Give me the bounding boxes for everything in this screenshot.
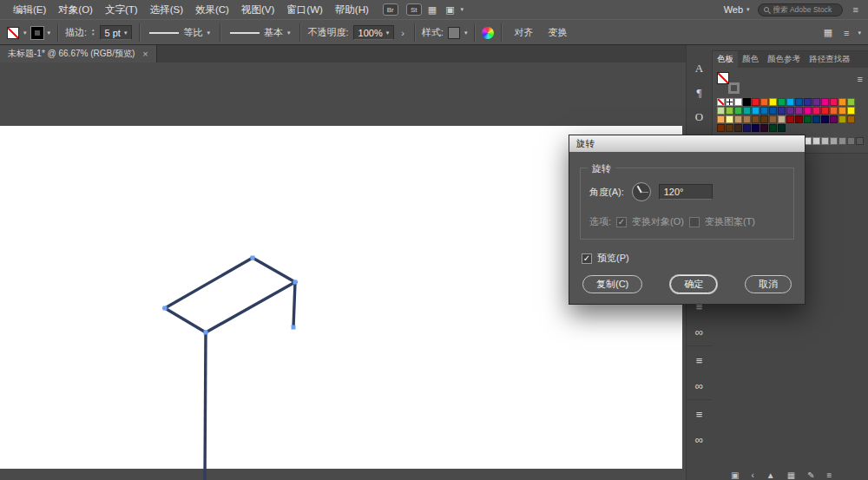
swatch[interactable]	[760, 115, 768, 123]
symbols-panel-icon[interactable]: ∞	[688, 428, 710, 450]
app-menu-icon[interactable]: ≡	[851, 4, 861, 15]
align-button[interactable]: 对齐	[509, 26, 538, 39]
menu-item-3[interactable]: 选择(S)	[144, 0, 189, 19]
pen-icon[interactable]: ✎	[807, 469, 814, 480]
document-tab[interactable]: 未标题-1* @ 66.67% (RGB/预览) ×	[0, 45, 157, 62]
swatch[interactable]	[812, 107, 820, 115]
links-panel-icon[interactable]: ∞	[688, 374, 710, 397]
grid-icon[interactable]: ▦	[787, 469, 795, 480]
swatch[interactable]	[752, 124, 760, 132]
swatch[interactable]	[769, 124, 777, 132]
opacity-field[interactable]: 100%▾	[353, 25, 395, 40]
copy-button[interactable]: 复制(C)	[582, 275, 642, 293]
layers-panel-icon[interactable]: ≡	[688, 403, 710, 425]
swatch[interactable]	[786, 115, 794, 123]
panel-tab-0[interactable]: 色板	[713, 51, 738, 68]
swatch[interactable]	[812, 98, 820, 106]
grayscale-swatch[interactable]	[812, 137, 820, 145]
stroke-weight-stepper[interactable]: ▲▼	[91, 29, 95, 36]
menu-item-4[interactable]: 效果(C)	[189, 0, 235, 19]
opacity-panel-arrow-icon[interactable]: ›	[398, 28, 407, 38]
chevron-down-icon[interactable]: ▾	[858, 30, 861, 36]
swatch[interactable]	[804, 115, 812, 123]
swatch[interactable]	[795, 107, 803, 115]
stroke-chevron-icon[interactable]: ▾	[48, 30, 51, 36]
swatch[interactable]	[734, 107, 742, 115]
swatch[interactable]	[778, 107, 786, 115]
swatch[interactable]	[726, 124, 733, 132]
grayscale-swatch[interactable]	[847, 137, 855, 145]
swatch[interactable]	[804, 107, 812, 115]
recolor-artwork-icon[interactable]	[482, 27, 494, 39]
swatch[interactable]	[821, 107, 829, 115]
ok-button[interactable]: 确定	[670, 275, 717, 293]
back-icon[interactable]: ‹	[751, 469, 753, 480]
swatch[interactable]	[717, 124, 725, 132]
bridge-badge-icon[interactable]: Br	[383, 3, 398, 16]
menu-item-1[interactable]: 对象(O)	[52, 0, 99, 19]
panel-tab-2[interactable]: 颜色参考	[763, 51, 805, 68]
swatch[interactable]	[717, 107, 725, 115]
swatch[interactable]	[734, 115, 742, 123]
swatch[interactable]	[821, 98, 829, 106]
dialog-title-bar[interactable]: 旋转	[569, 135, 805, 152]
menu-item-0[interactable]: 编辑(E)	[7, 0, 52, 19]
arrange-documents-icon[interactable]: ▦	[425, 4, 439, 16]
width-profile-dropdown[interactable]: 等比▾	[147, 24, 213, 41]
layout-icon[interactable]: ▣	[443, 4, 457, 16]
swatch[interactable]	[752, 107, 760, 115]
paragraph-panel-icon[interactable]: ¶	[688, 82, 710, 104]
swatch[interactable]	[786, 98, 794, 106]
swatch[interactable]	[726, 107, 733, 115]
fill-color-swatch[interactable]	[7, 27, 19, 39]
swatch[interactable]	[760, 124, 768, 132]
swatch[interactable]	[795, 98, 803, 106]
swatch[interactable]	[734, 98, 742, 106]
swatch[interactable]	[743, 124, 751, 132]
workspace-switcher[interactable]: Web ▾	[724, 4, 750, 15]
swatch[interactable]	[717, 98, 725, 106]
swatch[interactable]	[830, 107, 838, 115]
image-icon[interactable]: ▲	[766, 469, 775, 480]
brush-definition-dropdown[interactable]: 基本▾	[227, 24, 293, 41]
swatch[interactable]	[726, 98, 733, 106]
menu-item-5[interactable]: 视图(V)	[235, 0, 280, 19]
menu-item-6[interactable]: 窗口(W)	[280, 0, 329, 19]
swatch[interactable]	[830, 98, 838, 106]
swatch[interactable]	[847, 98, 855, 106]
arrange-grid-icon[interactable]: ▦	[821, 27, 835, 38]
close-icon[interactable]: ×	[142, 49, 148, 59]
style-chevron-icon[interactable]: ▾	[464, 30, 468, 36]
swatch[interactable]	[778, 124, 786, 132]
swatch[interactable]	[743, 115, 751, 123]
grayscale-swatch[interactable]	[830, 137, 838, 145]
swatch[interactable]	[752, 115, 760, 123]
swatch[interactable]	[847, 107, 855, 115]
angle-input[interactable]	[659, 184, 713, 200]
preview-checkbox[interactable]	[582, 253, 592, 264]
search-input[interactable]	[772, 4, 837, 15]
stock-badge-icon[interactable]: St	[406, 3, 422, 16]
transform-button[interactable]: 变换	[542, 26, 572, 39]
style-swatch[interactable]	[448, 27, 460, 39]
swatch[interactable]	[778, 98, 786, 106]
swatch[interactable]	[760, 98, 768, 106]
grayscale-swatch[interactable]	[838, 137, 846, 145]
swatch[interactable]	[812, 115, 820, 123]
swatch[interactable]	[760, 107, 768, 115]
swatch[interactable]	[752, 98, 760, 106]
swatch[interactable]	[804, 98, 812, 106]
fill-stroke-proxy[interactable]	[717, 72, 741, 94]
stock-search[interactable]	[758, 3, 843, 16]
swatch[interactable]	[743, 107, 751, 115]
shapes-icon[interactable]: ▣	[731, 469, 739, 480]
fill-chevron-icon[interactable]: ▾	[23, 30, 27, 36]
character-panel-icon[interactable]: A	[688, 57, 710, 80]
swatch[interactable]	[830, 115, 838, 123]
swatch[interactable]	[717, 115, 725, 123]
control-menu-icon[interactable]: ≡	[841, 28, 852, 38]
swatch[interactable]	[734, 124, 742, 132]
swatch[interactable]	[838, 98, 846, 106]
swatch[interactable]	[769, 98, 777, 106]
panel-flyout-icon[interactable]: ≡	[858, 74, 863, 84]
